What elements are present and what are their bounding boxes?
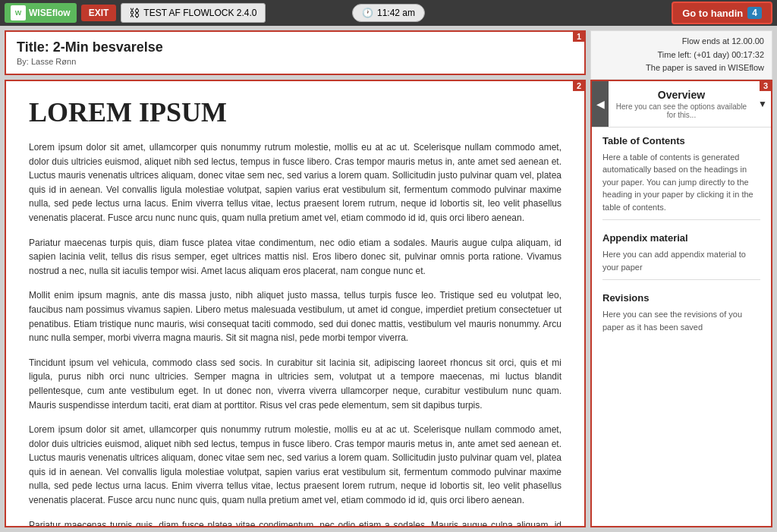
paper-author: By: Lasse Rønn bbox=[17, 57, 574, 66]
overview-section-2: RevisionsHere you can see the revisions … bbox=[602, 292, 760, 333]
doc-paragraph: Tincidunt ipsum vel vehicula, commodo cl… bbox=[29, 356, 562, 412]
clock-icon: 🕐 bbox=[362, 8, 373, 18]
logo-label: WISEflow bbox=[29, 8, 71, 18]
go-handin-button[interactable]: Go to handin 4 bbox=[672, 2, 772, 24]
flow-label: TEST AF FLOWLOCK 2.4.0 bbox=[143, 8, 256, 18]
doc-paragraph: Pariatur maecenas turpis quis, diam fusc… bbox=[29, 236, 562, 279]
overview-header: ◀ Overview Here you can see the options … bbox=[592, 81, 771, 127]
chevron-down-icon: ▼ bbox=[758, 99, 767, 109]
flow-ends: Flow ends at 12.00.00 bbox=[599, 35, 764, 49]
left-column: 1 Title: 2-Min besvarelse By: Lasse Rønn… bbox=[5, 30, 586, 527]
handin-badge: 4 bbox=[747, 7, 762, 19]
doc-paragraph: Lorem ipsum dolor sit amet, ullamcorper … bbox=[29, 140, 562, 225]
overview-section-title-2[interactable]: Revisions bbox=[602, 292, 760, 304]
main-area: 1 Title: 2-Min besvarelse By: Lasse Rønn… bbox=[0, 26, 777, 532]
overview-dropdown[interactable]: ▼ bbox=[754, 99, 771, 109]
overview-section-title-1[interactable]: Appendix material bbox=[602, 232, 760, 244]
overview-panel: 3 ◀ Overview Here you can see the option… bbox=[590, 80, 772, 527]
doc-paragraph: Pariatur maecenas turpis quis, diam fusc… bbox=[29, 518, 562, 527]
info-box: Flow ends at 12.00.00 Time left: (+01 da… bbox=[590, 30, 772, 80]
chain-icon: ⛓ bbox=[129, 7, 140, 19]
collapse-button[interactable]: ◀ bbox=[592, 81, 609, 127]
doc-heading: LOREM IPSUM bbox=[29, 96, 562, 128]
doc-paragraph: Lorem ipsum dolor sit amet, ullamcorper … bbox=[29, 423, 562, 508]
overview-header-content: Overview Here you can see the options av… bbox=[609, 84, 754, 124]
title-box-badge: 1 bbox=[573, 31, 585, 42]
document-box: 2 LOREM IPSUM Lorem ipsum dolor sit amet… bbox=[5, 80, 586, 527]
logo-button[interactable]: W WISEflow bbox=[5, 3, 77, 23]
wiseflow-icon: W bbox=[11, 5, 26, 20]
doc-content: Lorem ipsum dolor sit amet, ullamcorper … bbox=[29, 140, 562, 527]
clock-time: 11:42 am bbox=[377, 8, 415, 18]
exit-button[interactable]: EXIT bbox=[81, 5, 117, 21]
top-bar: W WISEflow EXIT ⛓ TEST AF FLOWLOCK 2.4.0… bbox=[0, 0, 777, 26]
overview-body: Table of ContentsHere a table of content… bbox=[592, 127, 771, 526]
doc-paragraph: Mollit enim ipsum magnis, ante dis massa… bbox=[29, 288, 562, 345]
right-panel: Flow ends at 12.00.00 Time left: (+01 da… bbox=[590, 30, 772, 527]
doc-box-badge: 2 bbox=[573, 80, 585, 91]
handin-label: Go to handin bbox=[682, 8, 743, 19]
overview-section-desc-0: Here a table of contents is generated au… bbox=[602, 151, 760, 214]
time-left: Time left: (+01 day) 00:17:32 bbox=[599, 49, 764, 62]
overview-section-1: Appendix materialHere you can add append… bbox=[602, 232, 760, 280]
overview-subtitle: Here you can see the options available f… bbox=[612, 102, 751, 119]
overview-badge: 3 bbox=[760, 80, 772, 91]
title-box: 1 Title: 2-Min besvarelse By: Lasse Rønn bbox=[5, 30, 586, 75]
overview-section-title-0[interactable]: Table of Contents bbox=[602, 135, 760, 146]
overview-section-0: Table of ContentsHere a table of content… bbox=[602, 135, 760, 221]
flow-button[interactable]: ⛓ TEST AF FLOWLOCK 2.4.0 bbox=[121, 3, 265, 23]
overview-section-desc-2: Here you can see the revisions of you pa… bbox=[602, 308, 760, 333]
overview-section-desc-1: Here you can add appendix material to yo… bbox=[602, 248, 760, 273]
paper-title: Title: 2-Min besvarelse bbox=[17, 39, 574, 55]
saved-status: The paper is saved in WISEflow bbox=[599, 61, 764, 75]
clock-display: 🕐 11:42 am bbox=[352, 4, 425, 22]
section-divider bbox=[602, 219, 760, 220]
section-divider bbox=[602, 279, 760, 280]
overview-title: Overview bbox=[612, 89, 751, 101]
